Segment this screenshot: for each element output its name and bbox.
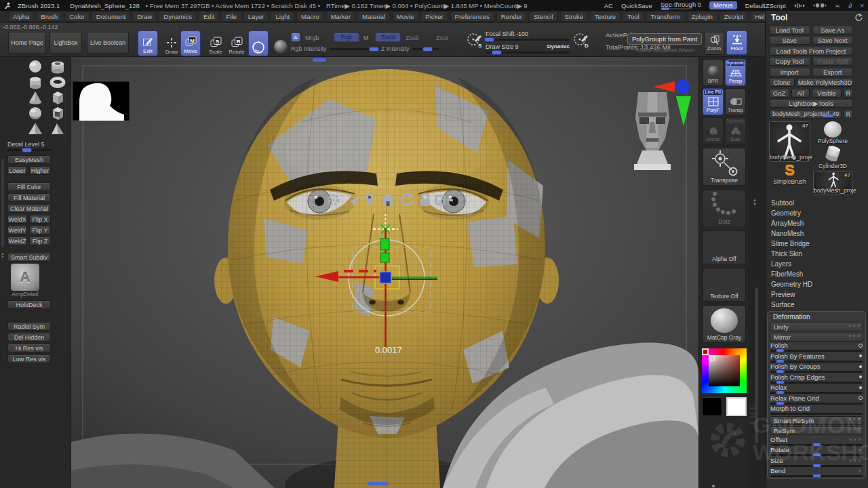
deform-unify-button[interactable]: Unifyx y z <box>770 323 863 331</box>
tool-load-tools-from-project-button[interactable]: Load Tools From Project <box>769 47 853 56</box>
paint-a-button[interactable]: A <box>291 33 300 42</box>
dynamic-solo-toggle[interactable]: Dynamic <box>726 119 745 124</box>
axis-toggles[interactable]: x y z <box>849 427 861 431</box>
zoom-button[interactable]: Zoom <box>704 32 724 55</box>
subpalette-subtool[interactable]: Subtool <box>766 198 868 208</box>
sidebar-flip-x-button[interactable]: Flip X <box>29 215 51 224</box>
solo-button[interactable]: Dynamic Solo <box>725 117 746 144</box>
tool-import-button[interactable]: Import <box>769 68 810 77</box>
ac-button[interactable]: AC <box>604 2 613 9</box>
document-thumbnail[interactable] <box>73 81 130 121</box>
subpalette-surface[interactable]: Surface <box>766 300 868 310</box>
menu-edit[interactable]: Edit <box>199 12 219 22</box>
mode-toggle-icon[interactable] <box>859 375 862 378</box>
line-fill-toggle[interactable]: Line Fill <box>704 89 722 95</box>
deform-smart-resym-button[interactable]: Smart ReSymx y z <box>770 416 863 425</box>
deform-slider-track[interactable] <box>770 444 863 446</box>
mode-rotate-button[interactable]: RRotate <box>226 30 247 56</box>
mode-move-button[interactable]: MMove <box>180 30 201 56</box>
menu-material[interactable]: Material <box>357 12 390 22</box>
menus-toggle-button[interactable]: Menus <box>709 1 737 9</box>
tool-export-button[interactable]: Export <box>812 68 854 77</box>
lower-button[interactable]: Lower <box>7 166 27 175</box>
tool-make-polymesh3d-button[interactable]: Make PolyMesh3D <box>797 78 853 87</box>
mrgb-button[interactable]: Mrgb <box>305 35 319 41</box>
menu-alpha[interactable]: Alpha <box>8 12 34 22</box>
primitive-cube-button[interactable] <box>47 90 68 105</box>
menu-tool[interactable]: Tool <box>623 12 644 22</box>
holodeck-button[interactable]: HoloDeck <box>7 300 51 309</box>
axis-toggles[interactable]: x y z <box>850 458 861 462</box>
divider-scrollbar[interactable] <box>755 287 758 443</box>
subpalette-preview[interactable]: Preview <box>766 289 868 300</box>
focal-shift-track[interactable] <box>486 39 570 41</box>
tool-r-button[interactable]: R <box>844 110 853 119</box>
draw-size-track[interactable] <box>486 52 570 54</box>
menu-color[interactable]: Color <box>64 12 90 22</box>
sidebar-weldy-button[interactable]: WeldY <box>7 226 27 235</box>
default-zscript-button[interactable]: DefaultZScript <box>745 2 786 9</box>
tool-save-as-button[interactable]: Save As <box>812 26 854 35</box>
hue-cursor[interactable] <box>702 348 709 355</box>
axis-toggles[interactable]: x y z <box>850 437 861 441</box>
detail-level-slider[interactable]: Detail Level 5 <box>7 141 52 151</box>
deform-slider-track[interactable] <box>770 475 863 477</box>
tablet-pressure-icon[interactable] <box>794 3 805 9</box>
deform-relax-slider[interactable]: Relax <box>770 384 863 394</box>
deform-slider-nub[interactable] <box>776 369 785 373</box>
deform-mirror-button[interactable]: Mirrorx y z <box>770 333 863 342</box>
floor-button[interactable]: Floor <box>726 30 747 55</box>
primitive-cone-button[interactable] <box>24 90 46 105</box>
fill-color-button[interactable]: Fill Color <box>7 182 51 191</box>
deform-morph-to-grid-slider[interactable]: Morph to Grid <box>770 405 863 415</box>
amp-detail-alpha-thumb[interactable]: A <box>11 264 39 291</box>
dots-stroke-button[interactable]: Dots <box>703 189 746 227</box>
deform-relax-plane-grid-slider[interactable]: Relax Plane Grid <box>770 394 863 405</box>
menu-draw[interactable]: Draw <box>132 12 157 22</box>
deform-slider-nub[interactable] <box>776 380 785 384</box>
tool-all-button[interactable]: All <box>791 89 810 98</box>
deform-slider-nub[interactable] <box>776 390 785 394</box>
menu-picker[interactable]: Picker <box>420 12 448 22</box>
m-button[interactable]: M <box>363 35 369 41</box>
lightbox-button[interactable]: LightBox <box>50 32 82 54</box>
active-tool-thumbnail[interactable]: 47 bodyMesh_proje <box>769 121 810 162</box>
deformation-title[interactable]: Deformation <box>770 312 863 321</box>
subpalette-arraymesh[interactable]: ArrayMesh <box>766 218 868 228</box>
primitive-torus-button[interactable] <box>47 75 68 89</box>
sidebar-weldx-button[interactable]: WeldX <box>7 215 27 224</box>
main-color-swatch[interactable] <box>726 397 747 416</box>
sidebar-low-res-vis-button[interactable]: Low Res vis <box>7 354 51 363</box>
deform-slider-track[interactable] <box>770 413 863 415</box>
deform-slider-nub[interactable] <box>812 443 821 447</box>
deform-resym-button[interactable]: ReSymx y z <box>770 426 863 435</box>
tool-load-tool-button[interactable]: Load Tool <box>769 26 810 35</box>
deform-polish-by-features-slider[interactable]: Polish By Features <box>770 352 863 363</box>
mode-toggle-icon[interactable] <box>859 386 862 389</box>
menu-macro[interactable]: Macro <box>296 12 323 22</box>
axis-toggles[interactable]: x y z <box>849 333 861 338</box>
mode-draw-button[interactable]: Draw <box>161 30 182 56</box>
menu-layer[interactable]: Layer <box>243 12 269 22</box>
sidebar-radial-sym-button[interactable]: Radial Sym <box>7 322 51 331</box>
see-through-track[interactable] <box>660 8 692 9</box>
sidebar-flip-y-button[interactable]: Flip Y <box>29 226 51 235</box>
close-icon[interactable]: × <box>860 2 864 9</box>
higher-button[interactable]: Higher <box>29 166 51 175</box>
primitive-prism-button[interactable] <box>47 121 68 136</box>
deform-slider-nub[interactable] <box>812 474 821 478</box>
deform-polish-by-groups-slider[interactable]: Polish By Groups <box>770 363 863 373</box>
primitive-cylinder-button[interactable] <box>24 75 46 89</box>
restore-icon[interactable]: ∂ <box>848 2 852 9</box>
alpha-off-button[interactable]: Alpha Off <box>703 230 746 264</box>
focal-shift-slider[interactable]: Focal Shift -100 <box>486 30 570 41</box>
sidebar-weldz-button[interactable]: WeldZ <box>7 237 27 245</box>
subpalette-layers[interactable]: Layers <box>766 259 868 269</box>
mode-toggle-icon[interactable] <box>859 354 862 357</box>
cylinder3d-icon[interactable] <box>823 145 843 163</box>
bpr-button[interactable]: BPR <box>703 59 724 86</box>
menu-zplugin[interactable]: Zplugin <box>687 12 717 22</box>
menu-brush[interactable]: Brush <box>36 12 62 22</box>
tool-lightbox-tools-button[interactable]: Lightbox▶Tools <box>769 99 853 108</box>
rgb-intensity-track[interactable] <box>330 48 378 50</box>
